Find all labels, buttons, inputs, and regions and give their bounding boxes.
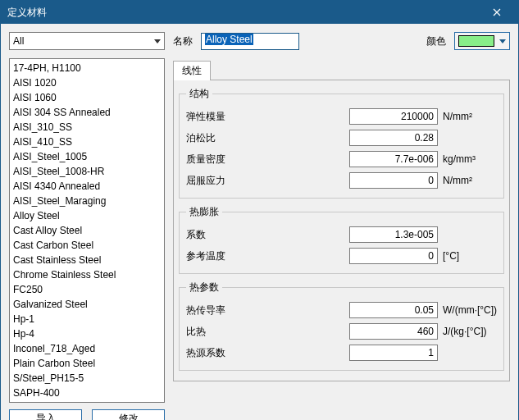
- titlebar: 定义材料: [1, 1, 518, 24]
- close-button[interactable]: [482, 1, 512, 24]
- property-label: 热源系数: [186, 346, 258, 360]
- group-structure: 结构弹性模量N/mm²泊松比质量密度kg/mm³屈服应力N/mm²: [179, 87, 504, 199]
- material-name-input[interactable]: Alloy Steel: [201, 33, 299, 50]
- group-thermal_param: 热参数热传导率W/(mm·[°C])比热J/(kg·[°C])热源系数: [179, 281, 504, 371]
- property-input[interactable]: [349, 248, 438, 264]
- tab-panel: 结构弹性模量N/mm²泊松比质量密度kg/mm³屈服应力N/mm²热膨胀系数参考…: [173, 80, 510, 381]
- property-input[interactable]: [349, 172, 438, 189]
- material-list[interactable]: 17-4PH, H1100AISI 1020AISI 1060AISI 304 …: [9, 58, 165, 403]
- group-thermal_exp: 热膨胀系数参考温度[°C]: [179, 205, 504, 274]
- list-item[interactable]: Cast Carbon Steel: [10, 238, 164, 253]
- list-item[interactable]: Galvanized Steel: [10, 297, 164, 312]
- property-unit: [°C]: [438, 250, 497, 262]
- left-column: All 17-4PH, H1100AISI 1020AISI 1060AISI …: [9, 32, 165, 420]
- list-item[interactable]: AISI_410_SS: [10, 135, 164, 149]
- modify-button[interactable]: 修改: [92, 409, 165, 420]
- property-row: 质量密度kg/mm³: [186, 148, 497, 170]
- color-picker[interactable]: [454, 32, 510, 50]
- chevron-down-icon: [499, 39, 506, 43]
- group-title: 热参数: [186, 281, 222, 294]
- property-input[interactable]: [349, 130, 438, 146]
- property-row: 屈服应力N/mm²: [186, 170, 497, 191]
- color-swatch: [458, 35, 494, 47]
- list-item[interactable]: AISI_310_SS: [10, 120, 164, 135]
- name-row: 名称 Alloy Steel 颜色: [173, 32, 510, 50]
- property-row: 弹性模量N/mm²: [186, 106, 497, 127]
- property-label: 比热: [186, 325, 258, 339]
- property-row: 比热J/(kg·[°C]): [186, 321, 497, 342]
- import-button[interactable]: 导入: [9, 409, 82, 420]
- property-row: 参考温度[°C]: [186, 245, 497, 267]
- list-item[interactable]: Chrome Stainless Steel: [10, 267, 164, 282]
- list-item[interactable]: Cast Stainless Steel: [10, 253, 164, 267]
- list-item[interactable]: AISI_Steel_1005: [10, 149, 164, 164]
- group-title: 热膨胀: [186, 205, 222, 219]
- property-unit: J/(kg·[°C]): [438, 326, 497, 337]
- list-item[interactable]: AISI 4340 Annealed: [10, 179, 164, 194]
- property-input[interactable]: [349, 323, 438, 340]
- list-item[interactable]: AISI_Steel_Maraging: [10, 194, 164, 208]
- list-item[interactable]: Cast Alloy Steel: [10, 223, 164, 238]
- group-title: 结构: [186, 87, 212, 101]
- property-row: 热源系数: [186, 342, 497, 363]
- list-item[interactable]: AISI_Steel_1008-HR: [10, 164, 164, 179]
- list-item[interactable]: AISI 304 SS Annealed: [10, 105, 164, 120]
- tab-area: 线性 结构弹性模量N/mm²泊松比质量密度kg/mm³屈服应力N/mm²热膨胀系…: [173, 60, 510, 381]
- name-input-value: Alloy Steel: [205, 34, 253, 45]
- property-row: 热传导率W/(mm·[°C]): [186, 299, 497, 321]
- tab-linear[interactable]: 线性: [173, 61, 211, 80]
- list-item[interactable]: 17-4PH, H1100: [10, 61, 164, 75]
- list-item[interactable]: Plain Carbon Steel: [10, 356, 164, 371]
- list-item[interactable]: S/Steel_PH15-5: [10, 371, 164, 386]
- property-row: 泊松比: [186, 127, 497, 148]
- property-unit: N/mm²: [438, 111, 497, 122]
- property-label: 系数: [186, 228, 258, 242]
- dialog-define-material: 定义材料 All 17-4PH, H1100AISI 1020AISI 1060…: [0, 0, 519, 420]
- window-title: 定义材料: [7, 6, 482, 20]
- content-area: All 17-4PH, H1100AISI 1020AISI 1060AISI …: [1, 24, 518, 420]
- property-label: 屈服应力: [186, 174, 258, 188]
- property-input[interactable]: [349, 108, 438, 125]
- property-label: 热传导率: [186, 304, 258, 317]
- property-label: 泊松比: [186, 131, 258, 145]
- list-item[interactable]: Alloy Steel: [10, 208, 164, 223]
- close-icon: [493, 8, 501, 16]
- property-input[interactable]: [349, 302, 438, 318]
- button-row: 导入 修改: [9, 409, 165, 420]
- property-label: 弹性模量: [186, 110, 258, 124]
- list-item[interactable]: SAPH-400: [10, 386, 164, 400]
- property-unit: kg/mm³: [438, 153, 497, 165]
- property-label: 质量密度: [186, 153, 258, 167]
- right-column: 名称 Alloy Steel 颜色 线性 结构弹性模量N/mm²泊松比质量密度k…: [173, 32, 510, 420]
- property-row: 系数: [186, 224, 497, 245]
- list-item[interactable]: AISI 1060: [10, 90, 164, 105]
- list-item[interactable]: AISI 1020: [10, 75, 164, 90]
- list-item[interactable]: Inconel_718_Aged: [10, 341, 164, 356]
- name-label: 名称: [173, 34, 193, 48]
- tab-header: 线性: [173, 60, 510, 80]
- property-label: 参考温度: [186, 249, 258, 263]
- property-unit: W/(mm·[°C]): [438, 304, 497, 316]
- property-input[interactable]: [349, 151, 438, 167]
- list-item[interactable]: Hp-4: [10, 326, 164, 341]
- property-input[interactable]: [349, 226, 438, 243]
- list-item[interactable]: FC250: [10, 282, 164, 297]
- material-filter-select[interactable]: All: [9, 32, 165, 50]
- property-unit: N/mm²: [438, 175, 497, 186]
- list-item[interactable]: Hp-1: [10, 312, 164, 326]
- property-input[interactable]: [349, 345, 438, 361]
- color-label: 颜色: [426, 34, 446, 48]
- chevron-down-icon: [154, 39, 161, 43]
- filter-selected-value: All: [13, 35, 24, 47]
